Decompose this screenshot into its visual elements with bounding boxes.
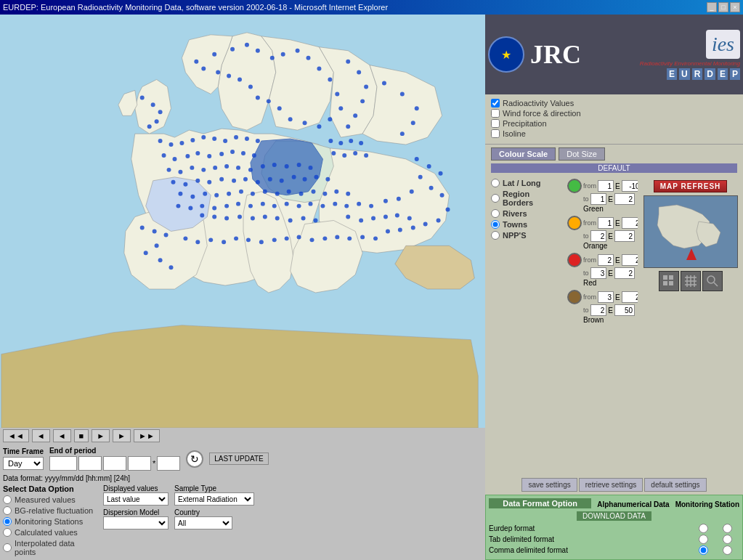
- radio-r2[interactable]: [491, 194, 500, 203]
- to-val2-orange[interactable]: [614, 230, 635, 242]
- nav-skip-forward[interactable]: ►►: [134, 429, 160, 442]
- format-alph-radio[interactable]: [699, 545, 708, 555]
- grid-btn-1[interactable]: [659, 271, 679, 291]
- month-input[interactable]: 10: [78, 456, 102, 471]
- colour-scale-button[interactable]: Colour Scale: [491, 147, 556, 161]
- bottom-section: Select Data Option Measured valuesBG-rel…: [0, 483, 485, 560]
- to-val1-green[interactable]: [590, 193, 606, 205]
- grid-btn-2[interactable]: [681, 271, 701, 291]
- nav-step-back[interactable]: ◄: [53, 429, 71, 442]
- checkbox-row-cb1: Radioactivity Values: [491, 99, 737, 107]
- from-val1-orange[interactable]: [598, 217, 614, 229]
- time-frame-select[interactable]: Day: [3, 457, 44, 470]
- dot-size-button[interactable]: Dot Size: [559, 147, 605, 161]
- radio-row-r1: Lat / Long: [491, 179, 559, 187]
- checkbox-cb3[interactable]: [491, 119, 500, 128]
- map-area[interactable]: [0, 15, 485, 428]
- svg-point-120: [346, 215, 350, 219]
- svg-point-100: [322, 192, 327, 196]
- default-settings-button[interactable]: default settings: [644, 478, 706, 492]
- download-data-button[interactable]: DOWNLOAD DATA: [577, 511, 651, 521]
- nav-step-forward[interactable]: ►: [92, 429, 110, 442]
- select-data-radio-sd4[interactable]: [3, 528, 12, 537]
- svg-point-118: [357, 202, 361, 206]
- svg-point-20: [248, 84, 253, 89]
- year-input[interactable]: 2002: [49, 456, 77, 471]
- svg-point-31: [346, 124, 350, 129]
- svg-point-139: [222, 240, 226, 244]
- svg-point-43: [169, 142, 174, 147]
- day-input[interactable]: 13: [103, 456, 126, 471]
- svg-point-121: [359, 219, 363, 223]
- select-data-row-sd5: Interpolated data points: [3, 539, 97, 556]
- to-val2-green[interactable]: [614, 193, 635, 205]
- format-rows: Eurdep formatTab delimited formatComma d…: [489, 524, 739, 555]
- format-mon-radio[interactable]: [723, 545, 732, 555]
- radio-r5[interactable]: [491, 231, 500, 240]
- nav-skip-back[interactable]: ◄◄: [3, 429, 29, 442]
- time-inputs: 2002 10 13 09 * 44: [49, 456, 180, 471]
- nav-stop[interactable]: ■: [74, 429, 89, 442]
- retrieve-settings-button[interactable]: retrieve settings: [579, 478, 643, 492]
- save-settings-button[interactable]: save settings: [521, 478, 577, 492]
- country-select[interactable]: All: [174, 516, 232, 529]
- svg-point-15: [303, 121, 307, 125]
- radio-r4[interactable]: [491, 220, 500, 229]
- svg-point-51: [256, 139, 260, 143]
- refresh-button[interactable]: ↻: [186, 450, 203, 468]
- format-mon-radio[interactable]: [723, 535, 732, 544]
- checkbox-cb1[interactable]: [491, 99, 500, 107]
- radio-r3[interactable]: [491, 209, 500, 218]
- to-val2-brown[interactable]: [614, 304, 635, 316]
- select-data-radio-sd5[interactable]: [3, 543, 12, 552]
- from-val1-red[interactable]: [598, 254, 614, 266]
- format-alph-radio[interactable]: [699, 535, 708, 544]
- svg-point-55: [195, 151, 200, 155]
- svg-point-159: [328, 139, 333, 143]
- to-val1-brown[interactable]: [590, 304, 606, 316]
- select-data-radio-sd3[interactable]: [3, 517, 12, 526]
- svg-point-160: [338, 141, 343, 145]
- grid-btn-3[interactable]: [702, 271, 723, 291]
- minute-input[interactable]: 44: [157, 456, 180, 471]
- svg-point-141: [246, 238, 251, 242]
- svg-point-57: [219, 152, 224, 156]
- data-format-panel: Data Format Option Alphanumerical Data M…: [485, 495, 743, 560]
- radio-label-r1: Lat / Long: [503, 179, 541, 187]
- dispersion-model-select[interactable]: [103, 516, 169, 529]
- svg-point-114: [309, 202, 313, 206]
- nav-back[interactable]: ◄: [32, 429, 50, 442]
- to-val2-red[interactable]: [614, 267, 635, 279]
- nav-forward[interactable]: ►: [113, 429, 131, 442]
- from-val1-brown[interactable]: [598, 291, 614, 303]
- checkbox-cb4[interactable]: [491, 129, 500, 138]
- svg-point-81: [256, 180, 260, 184]
- from-val1-green[interactable]: [598, 180, 614, 192]
- sample-type-select[interactable]: External Radiation: [174, 492, 254, 506]
- last-update-button[interactable]: LAST UPDATE: [209, 453, 268, 465]
- band-name-green: Green: [583, 205, 635, 213]
- checkbox-cb2[interactable]: [491, 109, 500, 118]
- close-button[interactable]: ×: [730, 2, 740, 12]
- minimize-button[interactable]: _: [707, 2, 717, 12]
- svg-point-42: [158, 139, 163, 143]
- action-buttons: save settings retrieve settings default …: [485, 475, 743, 495]
- maximize-button[interactable]: □: [718, 2, 728, 12]
- format-mon-radio[interactable]: [723, 524, 732, 533]
- displayed-values-select[interactable]: Last value: [103, 492, 169, 506]
- svg-point-107: [224, 204, 229, 208]
- select-data-label-sd1: Measured values: [15, 495, 76, 504]
- select-data-radio-sd1[interactable]: [3, 495, 12, 504]
- radio-r1[interactable]: [491, 179, 500, 187]
- svg-point-181: [446, 208, 450, 212]
- to-val1-red[interactable]: [590, 267, 606, 279]
- monitoring-station-label: Monitoring Station: [675, 500, 739, 508]
- map-refresh-button[interactable]: MAP REFRESH: [654, 180, 728, 192]
- select-data-radio-sd2[interactable]: [3, 506, 12, 515]
- e-label1-brown: E: [615, 293, 620, 301]
- svg-point-137: [195, 240, 200, 244]
- zoom-icon: [705, 274, 720, 288]
- format-alph-radio[interactable]: [699, 524, 708, 533]
- hour-input[interactable]: 09: [128, 456, 151, 471]
- to-val1-orange[interactable]: [590, 230, 606, 242]
